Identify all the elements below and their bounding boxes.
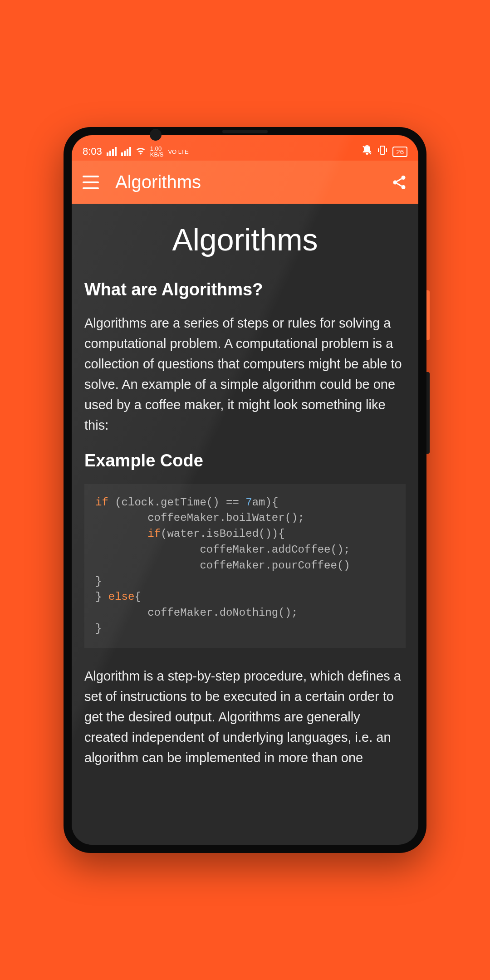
power-button [426,290,430,340]
data-rate: 1.00KB/S [150,146,164,157]
wifi-icon [136,146,146,157]
battery-indicator: 26 [392,147,407,157]
svg-point-1 [402,176,406,180]
section-heading-1: What are Algorithms? [84,280,406,299]
share-button[interactable] [391,174,407,191]
app-bar-title: Algorithms [115,172,375,192]
status-bar: 8:03 1.00KB/S VO LTE 26 [72,135,418,161]
svg-point-2 [393,180,397,184]
menu-button[interactable] [83,176,99,189]
status-left: 8:03 1.00KB/S VO LTE [83,146,189,157]
svg-rect-0 [380,146,385,154]
paragraph-2: Algorithm is a step-by-step procedure, w… [84,666,406,768]
paragraph-1: Algorithms are a series of steps or rule… [84,313,406,436]
signal-icon-2 [121,147,131,156]
content-area[interactable]: Algorithms What are Algorithms? Algorith… [72,204,418,845]
code-block: if (clock.getTime() == 7am){ coffeeMaker… [84,484,406,648]
front-camera [150,129,162,141]
svg-point-3 [402,185,406,189]
app-bar: Algorithms [72,161,418,204]
volte-indicator: VO LTE [168,149,188,155]
phone-screen: 8:03 1.00KB/S VO LTE 26 [72,135,418,845]
signal-icon [107,147,117,156]
volume-button [426,372,430,454]
section-heading-2: Example Code [84,451,406,470]
phone-notch [222,130,268,133]
status-right: 26 [362,145,407,158]
page-title: Algorithms [84,222,406,257]
speaker-grille [222,130,268,133]
mute-icon [362,145,372,158]
vibrate-icon [377,145,388,158]
status-time: 8:03 [83,146,102,157]
phone-frame: 8:03 1.00KB/S VO LTE 26 [64,127,426,853]
